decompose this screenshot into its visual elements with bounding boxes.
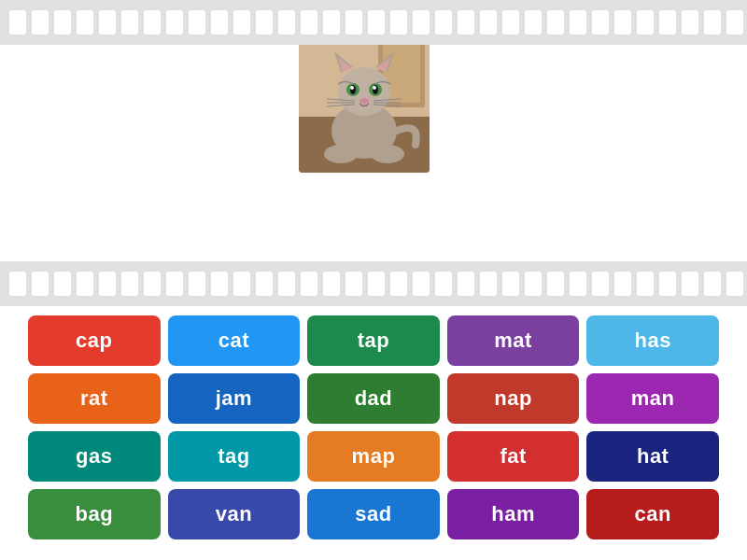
film-hole: [54, 10, 71, 35]
word-button-has[interactable]: has: [586, 315, 719, 366]
word-button-tag[interactable]: tag: [168, 431, 301, 482]
film-hole: [726, 272, 743, 296]
film-hole: [323, 272, 340, 296]
word-button-ham[interactable]: ham: [447, 489, 580, 539]
film-hole: [9, 272, 26, 296]
film-hole: [435, 10, 452, 35]
film-hole: [211, 10, 228, 35]
film-hole: [54, 272, 71, 296]
film-hole: [659, 272, 676, 296]
word-button-mat[interactable]: mat: [447, 315, 580, 366]
film-hole: [592, 10, 609, 35]
film-hole: [77, 10, 93, 35]
film-hole: [480, 10, 497, 35]
film-hole: [704, 272, 721, 296]
film-hole: [458, 10, 474, 35]
film-hole: [166, 272, 183, 296]
svg-point-24: [324, 145, 358, 163]
film-hole: [637, 272, 654, 296]
film-hole: [592, 272, 609, 296]
film-hole: [659, 10, 676, 35]
film-hole: [547, 10, 564, 35]
film-hole: [682, 10, 698, 35]
film-hole: [99, 10, 116, 35]
svg-point-6: [338, 67, 390, 116]
film-hole: [9, 10, 26, 35]
film-hole: [345, 10, 362, 35]
film-hole: [502, 10, 519, 35]
word-button-gas[interactable]: gas: [28, 431, 161, 482]
film-hole: [368, 272, 385, 296]
word-button-jam[interactable]: jam: [168, 373, 301, 424]
film-hole: [502, 272, 519, 296]
film-hole: [435, 272, 452, 296]
film-hole: [278, 272, 295, 296]
film-hole: [570, 10, 586, 35]
film-strip-top: [0, 0, 747, 45]
film-hole: [144, 10, 161, 35]
film-hole: [233, 10, 250, 35]
words-grid: capcattapmathasratjamdadnapmangastagmapf…: [19, 306, 728, 549]
word-button-van[interactable]: van: [168, 489, 301, 539]
word-button-sad[interactable]: sad: [307, 489, 440, 539]
word-button-bag[interactable]: bag: [28, 489, 161, 539]
film-hole: [189, 10, 205, 35]
film-hole: [525, 10, 542, 35]
word-button-nap[interactable]: nap: [447, 373, 580, 424]
film-hole: [390, 272, 407, 296]
film-hole: [726, 10, 743, 35]
word-button-map[interactable]: map: [307, 431, 440, 482]
film-hole: [390, 10, 407, 35]
film-hole: [32, 272, 49, 296]
film-hole: [32, 10, 49, 35]
film-hole: [301, 272, 317, 296]
word-button-cap[interactable]: cap: [28, 315, 161, 366]
film-strip-bottom: [0, 261, 747, 306]
film-hole: [144, 272, 161, 296]
word-button-hat[interactable]: hat: [586, 431, 719, 482]
film-hole: [345, 272, 362, 296]
word-button-cat[interactable]: cat: [168, 315, 301, 366]
word-button-fat[interactable]: fat: [447, 431, 580, 482]
svg-point-25: [371, 145, 404, 163]
film-hole: [614, 10, 631, 35]
film-hole: [99, 272, 116, 296]
film-hole: [480, 272, 497, 296]
film-hole: [278, 10, 295, 35]
film-hole: [525, 272, 542, 296]
word-button-tap[interactable]: tap: [307, 315, 440, 366]
film-hole: [166, 10, 183, 35]
film-hole: [256, 272, 273, 296]
film-hole: [637, 10, 654, 35]
svg-point-16: [373, 86, 376, 90]
film-hole: [323, 10, 340, 35]
film-hole: [233, 272, 250, 296]
film-hole: [211, 272, 228, 296]
word-button-man[interactable]: man: [586, 373, 719, 424]
film-hole: [413, 10, 430, 35]
film-hole: [413, 272, 430, 296]
film-hole: [256, 10, 273, 35]
film-hole: [547, 272, 564, 296]
film-hole: [77, 272, 93, 296]
film-hole: [458, 272, 474, 296]
film-hole: [301, 10, 317, 35]
word-button-can[interactable]: can: [586, 489, 719, 539]
svg-point-15: [350, 86, 354, 90]
film-hole: [368, 10, 385, 35]
word-button-rat[interactable]: rat: [28, 373, 161, 424]
film-hole: [570, 272, 586, 296]
word-button-dad[interactable]: dad: [307, 373, 440, 424]
film-hole: [121, 10, 138, 35]
film-hole: [614, 272, 631, 296]
film-hole: [121, 272, 138, 296]
film-hole: [682, 272, 698, 296]
film-hole: [704, 10, 721, 35]
film-hole: [189, 272, 205, 296]
svg-point-17: [359, 98, 369, 104]
